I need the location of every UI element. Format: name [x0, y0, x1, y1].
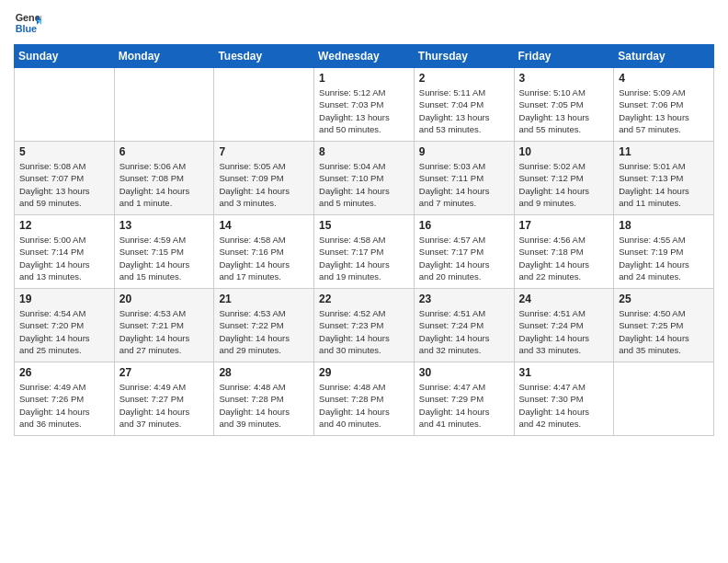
- calendar-cell: 28Sunrise: 4:48 AM Sunset: 7:28 PM Dayli…: [214, 362, 314, 436]
- day-number: 30: [419, 366, 509, 379]
- day-number: 25: [619, 293, 709, 305]
- weekday-header-sunday: Sunday: [15, 45, 115, 68]
- day-info: Sunrise: 5:09 AM Sunset: 7:06 PM Dayligh…: [619, 86, 709, 135]
- calendar-cell: 22Sunrise: 4:52 AM Sunset: 7:23 PM Dayli…: [314, 289, 415, 362]
- calendar-cell: 6Sunrise: 5:06 AM Sunset: 7:08 PM Daylig…: [114, 142, 214, 215]
- calendar-week-3: 12Sunrise: 5:00 AM Sunset: 7:14 PM Dayli…: [15, 215, 714, 289]
- day-number: 20: [119, 293, 210, 305]
- day-info: Sunrise: 4:57 AM Sunset: 7:17 PM Dayligh…: [419, 234, 509, 282]
- day-number: 31: [519, 366, 609, 379]
- calendar-week-5: 26Sunrise: 4:49 AM Sunset: 7:26 PM Dayli…: [15, 362, 714, 436]
- calendar-cell: 8Sunrise: 5:04 AM Sunset: 7:10 PM Daylig…: [314, 142, 415, 215]
- day-info: Sunrise: 4:48 AM Sunset: 7:28 PM Dayligh…: [319, 381, 409, 430]
- day-info: Sunrise: 5:10 AM Sunset: 7:05 PM Dayligh…: [519, 86, 609, 135]
- logo: General Blue: [14, 9, 41, 37]
- day-info: Sunrise: 5:06 AM Sunset: 7:08 PM Dayligh…: [119, 160, 210, 209]
- day-number: 1: [319, 72, 409, 85]
- calendar-cell: 12Sunrise: 5:00 AM Sunset: 7:14 PM Dayli…: [15, 215, 115, 289]
- weekday-header-monday: Monday: [114, 45, 214, 68]
- calendar-cell: [15, 68, 115, 142]
- calendar-week-4: 19Sunrise: 4:54 AM Sunset: 7:20 PM Dayli…: [15, 289, 714, 362]
- calendar: SundayMondayTuesdayWednesdayThursdayFrid…: [14, 44, 714, 436]
- calendar-cell: 16Sunrise: 4:57 AM Sunset: 7:17 PM Dayli…: [414, 215, 514, 289]
- day-info: Sunrise: 4:59 AM Sunset: 7:15 PM Dayligh…: [119, 234, 210, 282]
- day-info: Sunrise: 4:58 AM Sunset: 7:17 PM Dayligh…: [319, 234, 409, 282]
- calendar-cell: 23Sunrise: 4:51 AM Sunset: 7:24 PM Dayli…: [414, 289, 514, 362]
- calendar-week-1: 1Sunrise: 5:12 AM Sunset: 7:03 PM Daylig…: [15, 68, 714, 142]
- day-number: 18: [619, 219, 709, 232]
- calendar-cell: 29Sunrise: 4:48 AM Sunset: 7:28 PM Dayli…: [314, 362, 415, 436]
- calendar-cell: 5Sunrise: 5:08 AM Sunset: 7:07 PM Daylig…: [15, 142, 115, 215]
- calendar-week-2: 5Sunrise: 5:08 AM Sunset: 7:07 PM Daylig…: [15, 142, 714, 215]
- calendar-cell: 26Sunrise: 4:49 AM Sunset: 7:26 PM Dayli…: [15, 362, 115, 436]
- calendar-cell: 18Sunrise: 4:55 AM Sunset: 7:19 PM Dayli…: [614, 215, 714, 289]
- day-info: Sunrise: 5:03 AM Sunset: 7:11 PM Dayligh…: [419, 160, 509, 209]
- day-info: Sunrise: 5:12 AM Sunset: 7:03 PM Dayligh…: [319, 86, 409, 135]
- day-number: 13: [119, 219, 210, 232]
- calendar-cell: [214, 68, 314, 142]
- calendar-cell: 3Sunrise: 5:10 AM Sunset: 7:05 PM Daylig…: [514, 68, 614, 142]
- day-info: Sunrise: 4:50 AM Sunset: 7:25 PM Dayligh…: [619, 307, 709, 356]
- day-number: 7: [219, 145, 309, 158]
- day-number: 12: [19, 219, 109, 232]
- svg-text:Blue: Blue: [16, 23, 37, 34]
- day-info: Sunrise: 5:05 AM Sunset: 7:09 PM Dayligh…: [219, 160, 309, 209]
- day-info: Sunrise: 5:01 AM Sunset: 7:13 PM Dayligh…: [619, 160, 709, 209]
- day-info: Sunrise: 4:47 AM Sunset: 7:29 PM Dayligh…: [419, 381, 509, 430]
- day-info: Sunrise: 5:04 AM Sunset: 7:10 PM Dayligh…: [319, 160, 409, 209]
- day-number: 9: [419, 145, 509, 158]
- day-info: Sunrise: 4:53 AM Sunset: 7:22 PM Dayligh…: [219, 307, 309, 356]
- day-info: Sunrise: 4:56 AM Sunset: 7:18 PM Dayligh…: [519, 234, 609, 282]
- calendar-cell: 24Sunrise: 4:51 AM Sunset: 7:24 PM Dayli…: [514, 289, 614, 362]
- weekday-header-thursday: Thursday: [414, 45, 514, 68]
- weekday-header-tuesday: Tuesday: [214, 45, 314, 68]
- day-info: Sunrise: 4:52 AM Sunset: 7:23 PM Dayligh…: [319, 307, 409, 356]
- day-info: Sunrise: 4:53 AM Sunset: 7:21 PM Dayligh…: [119, 307, 210, 356]
- calendar-cell: 30Sunrise: 4:47 AM Sunset: 7:29 PM Dayli…: [414, 362, 514, 436]
- day-info: Sunrise: 4:54 AM Sunset: 7:20 PM Dayligh…: [19, 307, 109, 356]
- day-number: 2: [419, 72, 509, 85]
- day-info: Sunrise: 4:58 AM Sunset: 7:16 PM Dayligh…: [219, 234, 309, 282]
- day-number: 23: [419, 293, 509, 305]
- calendar-cell: 9Sunrise: 5:03 AM Sunset: 7:11 PM Daylig…: [414, 142, 514, 215]
- calendar-cell: 31Sunrise: 4:47 AM Sunset: 7:30 PM Dayli…: [514, 362, 614, 436]
- day-number: 17: [519, 219, 609, 232]
- day-info: Sunrise: 4:49 AM Sunset: 7:27 PM Dayligh…: [119, 381, 210, 430]
- day-number: 15: [319, 219, 409, 232]
- calendar-cell: 15Sunrise: 4:58 AM Sunset: 7:17 PM Dayli…: [314, 215, 415, 289]
- day-number: 27: [119, 366, 210, 379]
- calendar-cell: 11Sunrise: 5:01 AM Sunset: 7:13 PM Dayli…: [614, 142, 714, 215]
- day-number: 29: [319, 366, 409, 379]
- day-info: Sunrise: 5:02 AM Sunset: 7:12 PM Dayligh…: [519, 160, 609, 209]
- calendar-cell: 2Sunrise: 5:11 AM Sunset: 7:04 PM Daylig…: [414, 68, 514, 142]
- calendar-cell: 13Sunrise: 4:59 AM Sunset: 7:15 PM Dayli…: [114, 215, 214, 289]
- calendar-cell: 1Sunrise: 5:12 AM Sunset: 7:03 PM Daylig…: [314, 68, 415, 142]
- calendar-cell: 10Sunrise: 5:02 AM Sunset: 7:12 PM Dayli…: [514, 142, 614, 215]
- day-number: 14: [219, 219, 309, 232]
- day-info: Sunrise: 5:11 AM Sunset: 7:04 PM Dayligh…: [419, 86, 509, 135]
- page: General Blue SundayMondayTuesdayWednesda…: [0, 0, 728, 563]
- calendar-cell: 25Sunrise: 4:50 AM Sunset: 7:25 PM Dayli…: [614, 289, 714, 362]
- day-number: 8: [319, 145, 409, 158]
- day-number: 26: [19, 366, 109, 379]
- day-info: Sunrise: 5:08 AM Sunset: 7:07 PM Dayligh…: [19, 160, 109, 209]
- calendar-cell: 17Sunrise: 4:56 AM Sunset: 7:18 PM Dayli…: [514, 215, 614, 289]
- day-number: 5: [19, 145, 109, 158]
- calendar-cell: [114, 68, 214, 142]
- calendar-cell: 4Sunrise: 5:09 AM Sunset: 7:06 PM Daylig…: [614, 68, 714, 142]
- day-info: Sunrise: 5:00 AM Sunset: 7:14 PM Dayligh…: [19, 234, 109, 282]
- logo-icon: General Blue: [14, 9, 41, 37]
- calendar-cell: 7Sunrise: 5:05 AM Sunset: 7:09 PM Daylig…: [214, 142, 314, 215]
- day-number: 22: [319, 293, 409, 305]
- day-info: Sunrise: 4:55 AM Sunset: 7:19 PM Dayligh…: [619, 234, 709, 282]
- day-number: 19: [19, 293, 109, 305]
- calendar-cell: 21Sunrise: 4:53 AM Sunset: 7:22 PM Dayli…: [214, 289, 314, 362]
- day-number: 10: [519, 145, 609, 158]
- day-info: Sunrise: 4:48 AM Sunset: 7:28 PM Dayligh…: [219, 381, 309, 430]
- day-info: Sunrise: 4:49 AM Sunset: 7:26 PM Dayligh…: [19, 381, 109, 430]
- calendar-cell: 14Sunrise: 4:58 AM Sunset: 7:16 PM Dayli…: [214, 215, 314, 289]
- day-number: 11: [619, 145, 709, 158]
- day-info: Sunrise: 4:47 AM Sunset: 7:30 PM Dayligh…: [519, 381, 609, 430]
- weekday-header-saturday: Saturday: [614, 45, 714, 68]
- weekday-header-wednesday: Wednesday: [314, 45, 415, 68]
